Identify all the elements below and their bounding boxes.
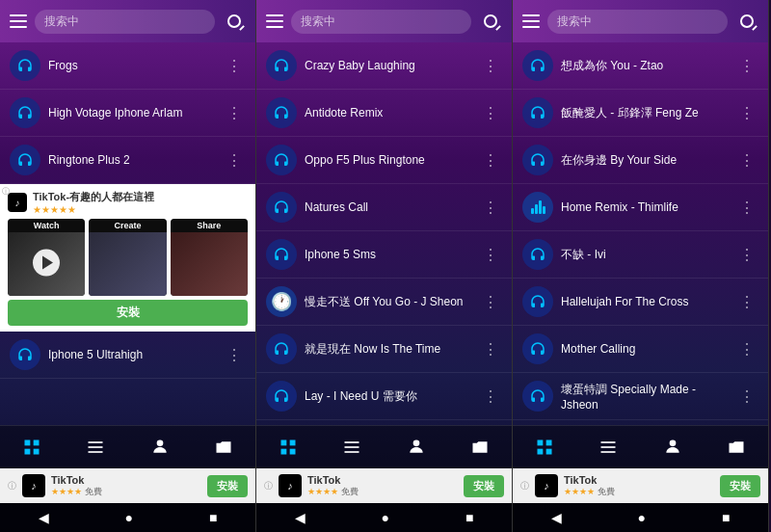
song-item[interactable]: Natures Call ⋮ (256, 184, 512, 231)
search-box-1[interactable]: 搜索中 (35, 10, 215, 34)
nav-list[interactable] (338, 434, 365, 461)
recent-btn-2[interactable]: ■ (465, 510, 473, 525)
svg-rect-20 (601, 441, 616, 443)
install-btn[interactable]: 安裝 (8, 300, 248, 326)
bars-visual (531, 200, 545, 214)
song-item[interactable]: Antidote Remix ⋮ (256, 90, 512, 137)
song-title: 在你身邊 By Your Side (561, 152, 728, 169)
headphone-icon (266, 145, 297, 175)
more-options[interactable]: ⋮ (479, 244, 502, 266)
back-btn-3[interactable]: ◀ (551, 510, 562, 525)
ad-media-watch: Watch (8, 219, 85, 296)
more-options[interactable]: ⋮ (735, 291, 758, 313)
nav-grid[interactable] (275, 434, 302, 461)
more-options[interactable]: ⋮ (223, 55, 246, 77)
song-item[interactable]: Iphone 5 Ultrahigh ⋮ (0, 332, 255, 379)
search-box-2[interactable]: 搜索中 (291, 10, 471, 34)
nav-folder[interactable] (723, 434, 750, 461)
headphone-icon (266, 192, 297, 223)
headphone-icon (266, 97, 297, 128)
search-btn-3[interactable] (735, 10, 758, 33)
nav-grid[interactable] (531, 434, 558, 461)
nav-folder[interactable] (466, 434, 493, 461)
ad-small-i: ⓘ (8, 480, 16, 492)
song-item[interactable]: 🕐 慢走不送 Off You Go - J Sheon ⋮ (256, 279, 512, 326)
home-btn-3[interactable]: ● (638, 510, 646, 525)
nav-list[interactable] (595, 434, 622, 461)
more-options[interactable]: ⋮ (735, 55, 758, 77)
clock-icon: 🕐 (266, 286, 297, 317)
svg-rect-2 (25, 449, 31, 455)
nav-person[interactable] (403, 434, 430, 461)
song-item[interactable]: 想成為你 You - Ztao ⋮ (513, 42, 768, 90)
song-item[interactable]: Home Remix - Thimlife ⋮ (513, 184, 768, 231)
song-item[interactable]: Oppo F5 Plus Ringtone ⋮ (256, 137, 512, 184)
more-options[interactable]: ⋮ (479, 102, 502, 124)
more-options[interactable]: ⋮ (479, 55, 502, 77)
hamburger-menu-1[interactable] (10, 14, 27, 28)
search-btn-1[interactable] (223, 10, 246, 33)
bottom-ad-2: ⓘ ♪ TikTok ★★★★ 免費 安裝 (256, 468, 512, 503)
ad-label-watch: Watch (8, 219, 85, 232)
play-triangle (42, 256, 53, 270)
more-options[interactable]: ⋮ (735, 197, 758, 219)
recent-btn-3[interactable]: ■ (722, 510, 730, 525)
nav-grid[interactable] (18, 434, 45, 461)
back-btn[interactable]: ◀ (39, 510, 49, 525)
back-btn-2[interactable]: ◀ (295, 510, 306, 525)
bottom-ad-install-btn[interactable]: 安裝 (207, 475, 248, 497)
bottom-ad-install-btn-3[interactable]: 安裝 (720, 475, 760, 497)
song-item[interactable]: Crazy Baby Laughing ⋮ (256, 42, 512, 90)
song-item[interactable]: Lay - I Need U 需要你 ⋮ (256, 373, 512, 420)
more-options[interactable]: ⋮ (479, 197, 502, 219)
song-item[interactable]: 在你身邊 By Your Side ⋮ (513, 137, 768, 184)
nav-list[interactable] (82, 434, 109, 461)
song-item[interactable]: 不缺 - Ivi ⋮ (513, 231, 768, 279)
more-options[interactable]: ⋮ (735, 244, 758, 266)
song-item[interactable]: 飯醃愛人 - 邱鋒澤 Feng Ze ⋮ (513, 90, 768, 137)
nav-folder[interactable] (210, 434, 237, 461)
svg-rect-8 (281, 440, 287, 446)
song-item[interactable]: Frogs ⋮ (0, 42, 255, 90)
more-options[interactable]: ⋮ (735, 102, 758, 124)
hamburger-menu-2[interactable] (266, 14, 283, 28)
bottom-ad-title-2: TikTok (307, 474, 458, 486)
more-options[interactable]: ⋮ (223, 102, 246, 124)
recent-btn[interactable]: ■ (209, 510, 217, 525)
song-item[interactable]: High Votage Iphone Arlam ⋮ (0, 90, 255, 137)
song-title: Frogs (48, 59, 215, 72)
song-item[interactable]: Mother Calling ⋮ (513, 326, 768, 373)
search-box-3[interactable]: 搜索中 (547, 10, 728, 34)
more-options[interactable]: ⋮ (479, 386, 502, 408)
song-item[interactable]: Iphone 5 Sms ⋮ (256, 231, 512, 279)
bottom-ad-install-btn-2[interactable]: 安裝 (464, 475, 504, 497)
more-options[interactable]: ⋮ (735, 149, 758, 172)
more-options[interactable]: ⋮ (479, 338, 502, 360)
more-options[interactable]: ⋮ (223, 344, 246, 366)
bottom-ad-rating: ★★★★ (51, 487, 82, 496)
svg-point-23 (669, 440, 676, 447)
search-btn-2[interactable] (479, 10, 502, 33)
more-options[interactable]: ⋮ (735, 386, 758, 408)
play-btn[interactable] (33, 250, 60, 277)
bottom-ad-logo-2: ♪ (279, 474, 302, 497)
more-options[interactable]: ⋮ (479, 291, 502, 313)
phone-panel-2: 搜索中 Crazy Baby Laughing ⋮ Antidote Remix… (256, 0, 513, 532)
home-btn[interactable]: ● (125, 510, 133, 525)
song-item[interactable]: 壞蛋特調 Specially Made - Jsheon ⋮ (513, 373, 768, 420)
headphone-icon (266, 50, 297, 81)
more-options[interactable]: ⋮ (223, 149, 246, 172)
more-options[interactable]: ⋮ (479, 149, 502, 172)
song-item[interactable]: Hallelujah For The Cross ⋮ (513, 279, 768, 326)
hamburger-menu-3[interactable] (522, 14, 540, 28)
song-title: Mother Calling (561, 342, 728, 356)
bottom-ad-info-2: TikTok ★★★★ 免費 (307, 474, 458, 498)
ad-small-i-3: ⓘ (520, 480, 529, 492)
nav-person[interactable] (146, 434, 173, 461)
nav-person[interactable] (659, 434, 686, 461)
song-item[interactable]: Ringtone Plus 2 ⋮ (0, 137, 255, 184)
home-btn-2[interactable]: ● (382, 510, 389, 525)
song-title: Oppo F5 Plus Ringtone (305, 153, 471, 167)
more-options[interactable]: ⋮ (735, 338, 758, 360)
song-item[interactable]: 就是現在 Now Is The Time ⋮ (256, 326, 512, 373)
